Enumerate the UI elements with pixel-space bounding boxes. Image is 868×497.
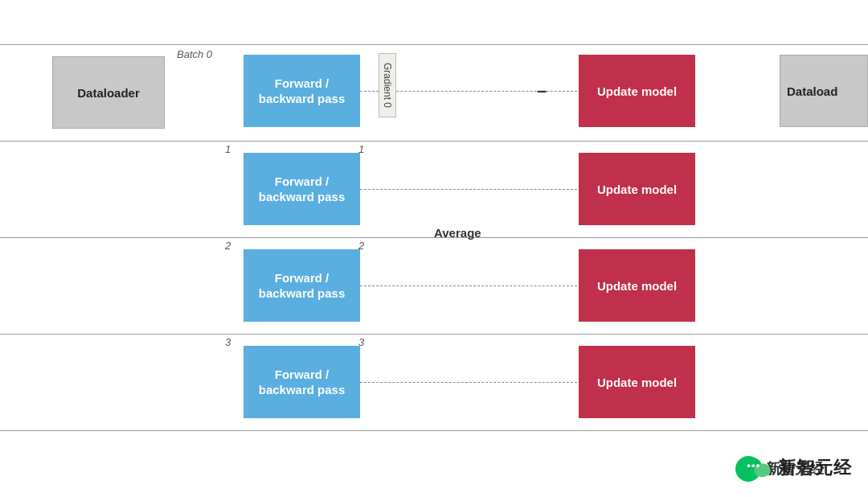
um-box-0: Update model (579, 55, 695, 127)
fb-label-1: Forward /backward pass (259, 174, 346, 205)
watermark-bottom: 新智元经 (741, 455, 852, 481)
um-label-2: Update model (597, 279, 677, 293)
gradient-label: Gradient 0 (379, 53, 396, 117)
gradient-label-container: Gradient 0 (355, 76, 420, 94)
um-box-1: Update model (579, 153, 695, 225)
h-line-top (0, 44, 868, 45)
batch-label-0: Batch 0 (177, 48, 212, 60)
h-line-3 (0, 334, 868, 335)
fb-box-2: Forward /backward pass (244, 249, 360, 322)
fb-label-2: Forward /backward pass (259, 270, 346, 302)
dash-line-3 (360, 382, 577, 383)
fb-label-0: Forward /backward pass (259, 76, 346, 107)
svg-point-3 (751, 464, 755, 467)
um-box-3: Update model (579, 346, 695, 418)
wechat-bubble-icon (741, 455, 772, 481)
svg-point-2 (747, 464, 751, 467)
fb-box-1: Forward /backward pass (244, 153, 360, 225)
fb-label-3: Forward /backward pass (259, 367, 346, 398)
average-label: Average (434, 226, 481, 240)
main-container: Dataloader Batch 0 Forward /backward pas… (0, 0, 868, 497)
row-num-left-1: 1 (225, 143, 231, 155)
dataloader-right-label-0: Dataload (787, 84, 837, 98)
brand-name: 新智元经 (778, 456, 852, 480)
dash-line-1 (360, 189, 577, 190)
um-box-2: Update model (579, 249, 695, 322)
h-line-1 (0, 141, 868, 142)
fb-box-0: Forward /backward pass (244, 55, 360, 127)
um-label-3: Update model (597, 376, 677, 389)
dataloader-box-0: Dataloader (52, 56, 165, 129)
row-num-left-3: 3 (225, 336, 231, 348)
dataloader-right-0: Dataload (780, 55, 868, 127)
um-label-1: Update model (597, 183, 677, 196)
um-label-0: Update model (597, 84, 677, 98)
dataloader-label-0: Dataloader (77, 86, 140, 100)
h-line-bottom (0, 430, 868, 431)
dash-line-2 (360, 285, 577, 286)
fb-box-3: Forward /backward pass (244, 346, 360, 418)
row-num-left-2: 2 (225, 240, 231, 252)
svg-point-4 (756, 464, 760, 467)
minus-label-0: – (537, 80, 547, 101)
